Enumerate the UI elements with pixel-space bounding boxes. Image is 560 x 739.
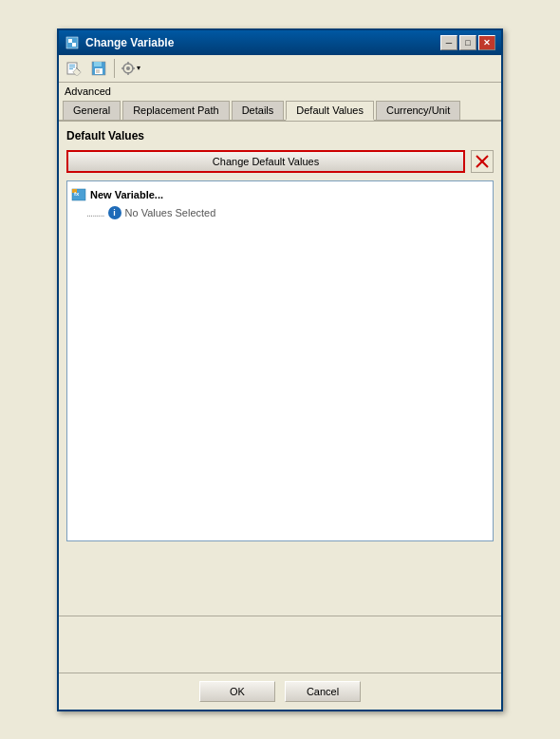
content-area: Default Values Change Default Values fx xyxy=(59,122,501,616)
svg-rect-10 xyxy=(94,62,102,66)
settings-dropdown-button[interactable]: ▾ xyxy=(119,58,141,79)
tab-general[interactable]: General xyxy=(63,101,121,121)
main-window: Change Variable ─ □ ✕ xyxy=(57,28,503,711)
toolbar-separator xyxy=(114,59,115,78)
section-title: Default Values xyxy=(66,129,494,142)
window-icon xyxy=(65,35,80,50)
close-button[interactable]: ✕ xyxy=(478,35,495,50)
svg-rect-4 xyxy=(69,65,75,66)
edit-toolbar-button[interactable] xyxy=(63,58,85,79)
ok-button[interactable]: OK xyxy=(199,681,275,702)
tree-child-item: ......... i No Values Selected xyxy=(71,204,489,221)
info-icon: i xyxy=(108,206,121,219)
dropdown-arrow-icon: ▾ xyxy=(137,64,140,72)
svg-rect-12 xyxy=(96,69,100,73)
window-title: Change Variable xyxy=(85,36,174,49)
tabs-row: General Replacement Path Details Default… xyxy=(59,100,501,122)
save-toolbar-button[interactable] xyxy=(87,58,110,79)
tab-currency-unit[interactable]: Currency/Unit xyxy=(376,101,460,121)
tree-area: fx New Variable... ......... i No Values… xyxy=(66,180,494,541)
svg-rect-6 xyxy=(69,68,73,69)
maximize-button[interactable]: □ xyxy=(459,35,476,50)
cancel-button[interactable]: Cancel xyxy=(285,681,361,702)
title-buttons: ─ □ ✕ xyxy=(440,35,495,50)
toolbar: ▾ xyxy=(59,55,501,83)
tree-item-icon: fx xyxy=(71,187,86,202)
svg-text:fx: fx xyxy=(74,191,80,197)
footer: OK Cancel xyxy=(59,673,501,710)
svg-rect-2 xyxy=(72,43,76,47)
change-default-values-button[interactable]: Change Default Values xyxy=(66,150,465,173)
minimize-button[interactable]: ─ xyxy=(440,35,457,50)
bottom-area xyxy=(59,616,501,673)
tab-details[interactable]: Details xyxy=(232,101,285,121)
tree-dots: ......... xyxy=(86,207,104,218)
button-row: Change Default Values xyxy=(66,150,494,173)
delete-button[interactable] xyxy=(471,150,494,173)
tab-replacement-path[interactable]: Replacement Path xyxy=(122,101,230,121)
svg-rect-1 xyxy=(68,39,72,43)
advanced-label: Advanced xyxy=(59,83,501,100)
title-bar: Change Variable ─ □ ✕ xyxy=(59,30,501,55)
svg-rect-5 xyxy=(69,66,75,67)
svg-point-14 xyxy=(126,66,130,70)
tree-root-label: New Variable... xyxy=(90,189,163,200)
tree-root-item[interactable]: fx New Variable... xyxy=(71,185,489,204)
tab-default-values[interactable]: Default Values xyxy=(286,101,374,121)
no-values-label: No Values Selected xyxy=(125,207,216,218)
